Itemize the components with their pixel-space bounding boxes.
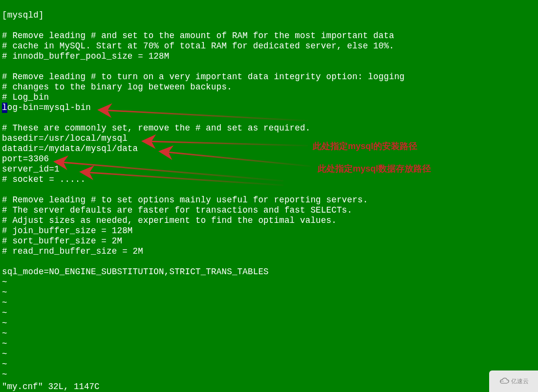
editor-line: # sort_buffer_size = 2M	[0, 236, 538, 246]
editor-line: # socket = .....	[0, 174, 538, 185]
editor-line: basedir=/usr/local/mysql	[0, 133, 538, 144]
editor-line: sql_mode=NO_ENGINE_SUBSTITUTION,STRICT_T…	[0, 267, 538, 277]
editor-line	[0, 0, 538, 10]
editor-line: # The server defaults are faster for tra…	[0, 205, 538, 216]
svg-point-5	[500, 381, 501, 382]
editor-line: # Remove leading # to set options mainly…	[0, 195, 538, 205]
editor-text: og-bin=mysql-bin	[7, 103, 91, 112]
editor-line: server_id=1	[0, 164, 538, 174]
editor-line: # Remove leading # to turn on a very imp…	[0, 72, 538, 82]
editor-line: datadir=/mydata/mysql/data	[0, 144, 538, 154]
editor-line	[0, 257, 538, 267]
vim-tilde: ~	[0, 318, 538, 328]
cloud-icon	[499, 377, 510, 386]
vim-tilde: ~	[0, 277, 538, 287]
editor-line	[0, 113, 538, 123]
terminal-editor[interactable]: [mysqld] # Remove leading # and set to t…	[0, 0, 538, 392]
svg-point-6	[502, 381, 503, 382]
vim-tilde: ~	[0, 328, 538, 339]
editor-line: # Adjust sizes as needed, experiment to …	[0, 216, 538, 226]
editor-line: # changes to the binary log between back…	[0, 82, 538, 92]
vim-tilde: ~	[0, 349, 538, 359]
vim-tilde: ~	[0, 339, 538, 349]
editor-line: # These are commonly set, remove the # a…	[0, 123, 538, 133]
vim-tilde: ~	[0, 287, 538, 298]
vim-tilde: ~	[0, 359, 538, 370]
editor-line-cursor: log-bin=mysql-bin	[0, 103, 538, 113]
cursor-block: l	[2, 103, 7, 113]
editor-line: port=3306	[0, 154, 538, 164]
editor-line: [mysqld]	[0, 10, 538, 21]
editor-line: # Log_bin	[0, 92, 538, 103]
editor-line: # Remove leading # and set to the amount…	[0, 31, 538, 41]
vim-status-line: "my.cnf" 32L, 1147C	[2, 382, 100, 392]
vim-tilde: ~	[0, 298, 538, 308]
editor-line: # innodb_buffer_pool_size = 128M	[0, 51, 538, 62]
editor-line: # join_buffer_size = 128M	[0, 226, 538, 236]
vim-tilde: ~	[0, 370, 538, 380]
editor-line	[0, 62, 538, 72]
watermark-badge: 亿速云	[489, 370, 538, 392]
editor-line: # read_rnd_buffer_size = 2M	[0, 246, 538, 257]
vim-tilde: ~	[0, 308, 538, 318]
editor-line: # cache in MySQL. Start at 70% of total …	[0, 41, 538, 51]
watermark-text: 亿速云	[511, 377, 529, 386]
editor-line	[0, 21, 538, 31]
editor-line	[0, 185, 538, 195]
